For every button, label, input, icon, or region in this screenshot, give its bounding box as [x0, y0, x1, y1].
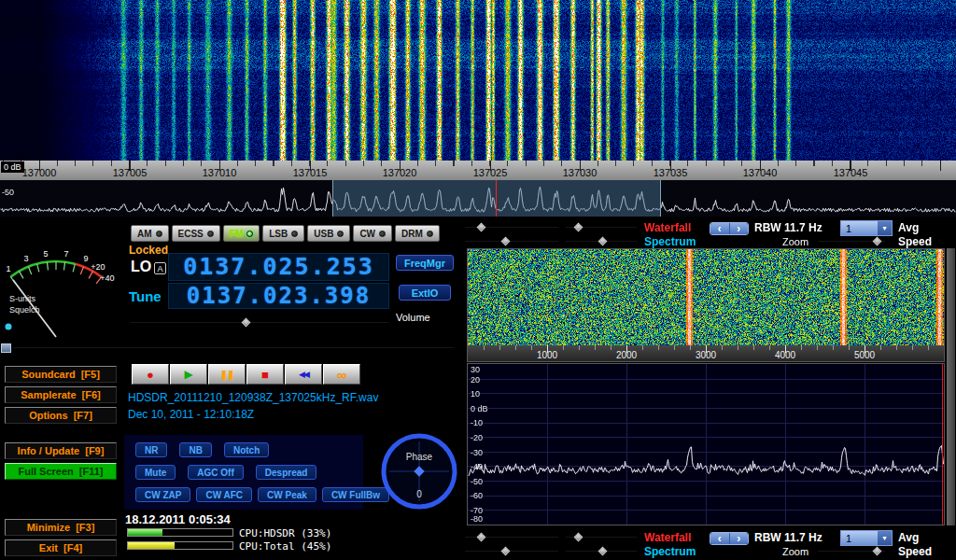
agc-off-button[interactable]: AGC Off [188, 465, 243, 480]
audio-frequency-scale[interactable]: 1000 2000 3000 4000 5000 [468, 345, 944, 361]
slider-thumb[interactable] [501, 237, 511, 246]
waterfall-brightness-slider[interactable] [465, 533, 558, 542]
freq-tick-label: 137015 [293, 167, 328, 178]
dropdown-arrow-icon[interactable]: ▼ [878, 531, 892, 545]
notch-button[interactable]: Notch [224, 442, 269, 457]
nr-button[interactable]: NR [135, 442, 167, 457]
menu-label: Options [29, 410, 68, 421]
squelch-slider[interactable] [0, 343, 457, 353]
dropdown-arrow-icon[interactable]: ▼ [878, 221, 892, 235]
slider-track [131, 322, 388, 323]
spectrum-ref-slider[interactable] [465, 547, 558, 556]
minimize-button[interactable]: Minimize[F3] [5, 519, 117, 536]
waterfall-contrast-slider[interactable] [566, 223, 637, 232]
slider-thumb[interactable] [574, 533, 583, 542]
rbw-decrease-button[interactable]: ‹ [710, 223, 730, 234]
svg-text:3: 3 [23, 254, 28, 263]
audio-waterfall-canvas[interactable] [468, 249, 944, 345]
avg-dropdown[interactable]: 1 ▼ [840, 220, 893, 236]
zoom-slider[interactable] [818, 237, 885, 246]
loop-button[interactable]: ∞ [323, 364, 360, 385]
rewind-button[interactable]: ◀◀ [285, 364, 322, 385]
cw-afc-button[interactable]: CW AFC [196, 487, 252, 502]
cw-zap-button[interactable]: CW ZAP [135, 487, 190, 502]
avg-dropdown[interactable]: 1 ▼ [840, 530, 893, 546]
squelch-indicator-dot [6, 324, 12, 330]
freq-tick-label: 137035 [654, 167, 688, 178]
rbw-increase-button[interactable]: › [730, 223, 749, 234]
spectrum-tab[interactable]: Spectrum [644, 235, 696, 248]
spectrum-range-slider[interactable] [566, 547, 637, 556]
volume-slider[interactable] [131, 318, 388, 328]
play-icon: ▶ [184, 368, 192, 381]
freqmgr-button[interactable]: FreqMgr [396, 255, 454, 271]
slider-thumb[interactable] [501, 547, 511, 556]
menu-hotkey: [F7] [74, 410, 92, 421]
mode-fm-button[interactable]: FM [223, 225, 260, 242]
samplerate-button[interactable]: Samplerate[F6] [5, 386, 117, 403]
mode-label: USB [314, 229, 333, 239]
lo-frequency-display[interactable]: 0137.025.253 [168, 253, 389, 281]
mode-lsb-button[interactable]: LSB [262, 225, 304, 242]
rbw-label: RBW 11.7 Hz [754, 221, 822, 234]
slider-thumb[interactable] [598, 547, 608, 556]
cw-peak-button[interactable]: CW Peak [258, 487, 316, 502]
slider-thumb[interactable] [574, 223, 583, 232]
lo-auto-badge[interactable]: A [154, 262, 166, 274]
slider-thumb[interactable] [1, 343, 11, 353]
despread-button[interactable]: Despread [256, 465, 317, 480]
mute-button[interactable]: Mute [135, 465, 176, 480]
db-scale-label: 10 [471, 389, 480, 399]
soundcard-button[interactable]: Soundcard[F5] [5, 366, 117, 383]
overview-spectrum[interactable] [0, 180, 956, 217]
extio-button[interactable]: ExtIO [399, 285, 451, 301]
slider-thumb[interactable] [477, 533, 486, 542]
slider-thumb[interactable] [873, 547, 882, 556]
mode-drm-button[interactable]: DRM [395, 225, 440, 242]
slider-thumb[interactable] [477, 223, 486, 232]
avg-dropdown-value: 1 [841, 531, 878, 545]
mode-cw-button[interactable]: CW [353, 225, 392, 242]
waterfall-tab[interactable]: Waterfall [644, 531, 691, 544]
record-button[interactable]: ● [132, 364, 169, 385]
cpu-total-text: CPU:Total (45%) [239, 540, 331, 553]
mode-label: DRM [401, 229, 423, 239]
main-waterfall-canvas[interactable] [0, 0, 956, 161]
slider-thumb[interactable] [242, 318, 251, 328]
audio-spectrum-canvas[interactable] [468, 364, 944, 525]
panel-scrollbar[interactable] [947, 248, 955, 525]
spectrum-range-slider[interactable] [566, 237, 637, 246]
display-controls-bottom: Waterfall Spectrum ‹ › RBW 11.7 Hz Zoom … [459, 530, 956, 558]
frequency-scale[interactable]: 137000 137005 137010 137015 137020 13702… [0, 161, 956, 180]
clock-datetime: 18.12.2011 0:05:34 [125, 512, 231, 526]
info-update-button[interactable]: Info / Update[F9] [5, 442, 117, 459]
mode-ecss-button[interactable]: ECSS [172, 225, 220, 242]
audio-freq-tick: 3000 [696, 350, 716, 360]
db-scale-label: 20 [471, 375, 480, 385]
pause-button[interactable]: ❚❚ [208, 364, 246, 385]
db-scale-label: -20 [471, 433, 483, 442]
stop-button[interactable]: ■ [246, 364, 284, 385]
exit-button[interactable]: Exit[F4] [5, 539, 117, 556]
slider-track [465, 241, 558, 242]
slider-thumb[interactable] [873, 237, 882, 246]
slider-thumb[interactable] [598, 237, 608, 246]
play-button[interactable]: ▶ [170, 364, 207, 385]
fullscreen-button[interactable]: Full Screen[F11] [5, 463, 117, 480]
options-button[interactable]: Options[F7] [5, 407, 117, 424]
zoom-slider[interactable] [818, 547, 885, 556]
rbw-decrease-button[interactable]: ‹ [710, 533, 730, 544]
mode-usb-button[interactable]: USB [307, 225, 350, 242]
spectrum-ref-slider[interactable] [465, 237, 558, 246]
menu-hotkey: [F11] [79, 466, 104, 477]
zoom-region-overlay[interactable] [332, 180, 661, 217]
waterfall-contrast-slider[interactable] [566, 533, 637, 542]
rbw-increase-button[interactable]: › [730, 533, 749, 544]
mode-am-button[interactable]: AM [131, 225, 169, 242]
waterfall-tab[interactable]: Waterfall [644, 221, 691, 234]
waterfall-brightness-slider[interactable] [465, 223, 558, 232]
tune-frequency-display[interactable]: 0137.023.398 [168, 283, 389, 309]
nb-button[interactable]: NB [179, 442, 211, 457]
spectrum-tab[interactable]: Spectrum [644, 545, 696, 558]
mode-label: FM [230, 229, 243, 239]
